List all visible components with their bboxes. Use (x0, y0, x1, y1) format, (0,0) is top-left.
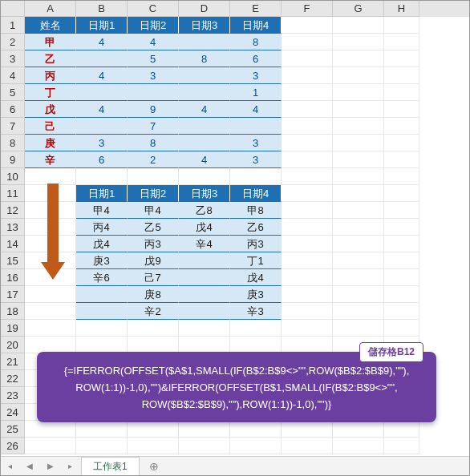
cell[interactable] (128, 168, 179, 185)
cell[interactable] (384, 438, 419, 454)
cell[interactable] (333, 421, 384, 438)
cell[interactable] (384, 236, 419, 252)
table2-value[interactable]: 戊9 (128, 252, 179, 269)
cell[interactable] (282, 135, 333, 151)
cell[interactable] (25, 438, 76, 454)
cell[interactable] (333, 17, 384, 34)
table1-value[interactable]: 8 (179, 50, 230, 67)
cell[interactable] (333, 320, 384, 337)
table1-value[interactable]: 8 (230, 34, 282, 50)
row-header[interactable]: 7 (1, 118, 25, 135)
row-header[interactable]: 8 (1, 135, 25, 151)
cell[interactable] (282, 337, 333, 353)
table2-value[interactable]: 乙8 (179, 202, 230, 219)
row-header[interactable]: 6 (1, 101, 25, 118)
table1-value[interactable]: 4 (230, 101, 282, 118)
table1-value[interactable] (179, 34, 230, 50)
cell[interactable] (25, 202, 76, 219)
row-header[interactable]: 16 (1, 269, 25, 286)
cell[interactable] (384, 286, 419, 303)
cell[interactable] (333, 34, 384, 50)
cell[interactable] (333, 135, 384, 151)
table2-header[interactable]: 日期4 (230, 185, 282, 202)
table1-header[interactable]: 日期1 (76, 17, 128, 34)
table1-value[interactable]: 4 (76, 67, 128, 84)
cell[interactable] (333, 269, 384, 286)
row-header[interactable]: 21 (1, 353, 25, 370)
cell[interactable] (333, 118, 384, 135)
cell[interactable] (384, 168, 419, 185)
table2-value[interactable] (179, 286, 230, 303)
table1-value[interactable] (179, 135, 230, 151)
row-header[interactable]: 12 (1, 202, 25, 219)
cell[interactable] (25, 303, 76, 320)
table2-value[interactable]: 辛6 (76, 269, 128, 286)
cell[interactable] (384, 269, 419, 286)
row-header[interactable]: 26 (1, 438, 25, 454)
cell[interactable] (25, 337, 76, 353)
cell[interactable] (25, 320, 76, 337)
table2-value[interactable]: 丙4 (76, 219, 128, 236)
cell[interactable] (282, 252, 333, 269)
cell[interactable] (333, 438, 384, 454)
cell[interactable] (25, 252, 76, 269)
add-sheet-icon[interactable]: ⊕ (144, 457, 164, 476)
row-header[interactable]: 14 (1, 236, 25, 252)
cell[interactable] (333, 219, 384, 236)
cell[interactable] (25, 286, 76, 303)
row-header[interactable]: 2 (1, 34, 25, 50)
cell[interactable] (76, 421, 128, 438)
table1-name[interactable]: 辛 (25, 151, 76, 168)
table1-value[interactable]: 2 (128, 151, 179, 168)
table1-value[interactable]: 3 (230, 151, 282, 168)
row-header[interactable]: 15 (1, 252, 25, 269)
cell[interactable] (333, 286, 384, 303)
cell[interactable] (282, 219, 333, 236)
cell[interactable] (25, 219, 76, 236)
tab-nav-first-icon[interactable]: ◂ (8, 462, 12, 470)
table1-value[interactable] (128, 84, 179, 101)
row-header[interactable]: 4 (1, 67, 25, 84)
table1-value[interactable]: 3 (230, 135, 282, 151)
table1-value[interactable]: 9 (128, 101, 179, 118)
table2-value[interactable]: 乙5 (128, 219, 179, 236)
cell[interactable] (333, 151, 384, 168)
table1-header[interactable]: 日期3 (179, 17, 230, 34)
table1-value[interactable]: 4 (76, 34, 128, 50)
row-header[interactable]: 3 (1, 50, 25, 67)
cell[interactable] (230, 421, 282, 438)
col-header-B[interactable]: B (76, 1, 128, 17)
cell[interactable] (282, 286, 333, 303)
table2-value[interactable]: 戊4 (76, 236, 128, 252)
col-header-C[interactable]: C (128, 1, 179, 17)
cell[interactable] (128, 337, 179, 353)
cell[interactable] (384, 101, 419, 118)
table2-value[interactable]: 己7 (128, 269, 179, 286)
cell[interactable] (333, 252, 384, 269)
cell[interactable] (282, 84, 333, 101)
row-header[interactable]: 5 (1, 84, 25, 101)
table1-name[interactable]: 丁 (25, 84, 76, 101)
cell[interactable] (384, 50, 419, 67)
cell[interactable] (179, 421, 230, 438)
table2-value[interactable]: 庚3 (76, 252, 128, 269)
col-header-G[interactable]: G (333, 1, 384, 17)
table1-value[interactable]: 7 (128, 118, 179, 135)
cell[interactable] (333, 236, 384, 252)
table2-value[interactable]: 丁1 (230, 252, 282, 269)
table1-value[interactable]: 4 (128, 34, 179, 50)
cell[interactable] (179, 438, 230, 454)
table1-value[interactable]: 3 (128, 67, 179, 84)
table2-value[interactable] (179, 303, 230, 320)
cell[interactable] (76, 168, 128, 185)
table1-name[interactable]: 乙 (25, 50, 76, 67)
table2-value[interactable]: 甲8 (230, 202, 282, 219)
table2-header[interactable]: 日期1 (76, 185, 128, 202)
cell[interactable] (179, 337, 230, 353)
cell[interactable] (282, 438, 333, 454)
cell[interactable] (25, 269, 76, 286)
col-header-D[interactable]: D (179, 1, 230, 17)
table1-value[interactable]: 8 (128, 135, 179, 151)
cell[interactable] (282, 168, 333, 185)
row-header[interactable]: 9 (1, 151, 25, 168)
